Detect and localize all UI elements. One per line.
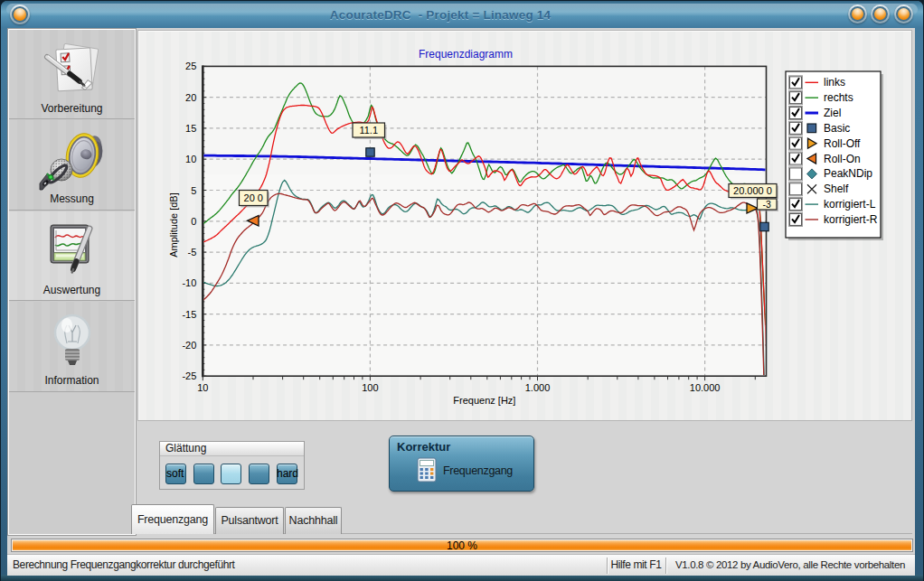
svg-text:Basic: Basic bbox=[824, 122, 850, 135]
svg-text:Ziel: Ziel bbox=[824, 107, 841, 119]
svg-text:15: 15 bbox=[185, 123, 196, 134]
svg-text:-20: -20 bbox=[182, 340, 196, 351]
svg-text:links: links bbox=[824, 76, 845, 89]
svg-text:Frequenzdiagramm: Frequenzdiagramm bbox=[419, 48, 513, 61]
svg-text:10: 10 bbox=[185, 154, 196, 164]
svg-text:10: 10 bbox=[197, 382, 208, 393]
svg-text:-25: -25 bbox=[182, 370, 196, 381]
svg-text:Frequenz [Hz]: Frequenz [Hz] bbox=[453, 395, 515, 406]
svg-text:korrigiert-L: korrigiert-L bbox=[824, 198, 876, 211]
svg-text:korrigiert-R: korrigiert-R bbox=[824, 213, 878, 226]
svg-text:rechts: rechts bbox=[824, 91, 853, 104]
svg-text:-5: -5 bbox=[188, 247, 197, 258]
svg-text:0: 0 bbox=[191, 216, 196, 227]
svg-text:25: 25 bbox=[185, 61, 196, 71]
svg-text:10.000: 10.000 bbox=[690, 382, 721, 393]
svg-text:11.1: 11.1 bbox=[359, 125, 378, 136]
svg-text:-3: -3 bbox=[763, 199, 771, 210]
svg-text:Amplitude [dB]: Amplitude [dB] bbox=[168, 192, 179, 258]
svg-text:Roll-Off: Roll-Off bbox=[824, 137, 861, 150]
svg-text:PeakNDip: PeakNDip bbox=[824, 167, 872, 180]
svg-text:1.000: 1.000 bbox=[525, 382, 551, 393]
svg-text:-15: -15 bbox=[182, 309, 196, 320]
svg-text:-10: -10 bbox=[182, 277, 196, 288]
svg-text:5: 5 bbox=[191, 185, 196, 196]
svg-text:20.000 0: 20.000 0 bbox=[733, 185, 772, 196]
svg-text:100: 100 bbox=[362, 382, 378, 393]
svg-text:20: 20 bbox=[185, 92, 196, 103]
svg-text:Shelf: Shelf bbox=[824, 183, 849, 195]
svg-text:Roll-On: Roll-On bbox=[824, 153, 861, 165]
svg-text:20 0: 20 0 bbox=[244, 192, 263, 203]
